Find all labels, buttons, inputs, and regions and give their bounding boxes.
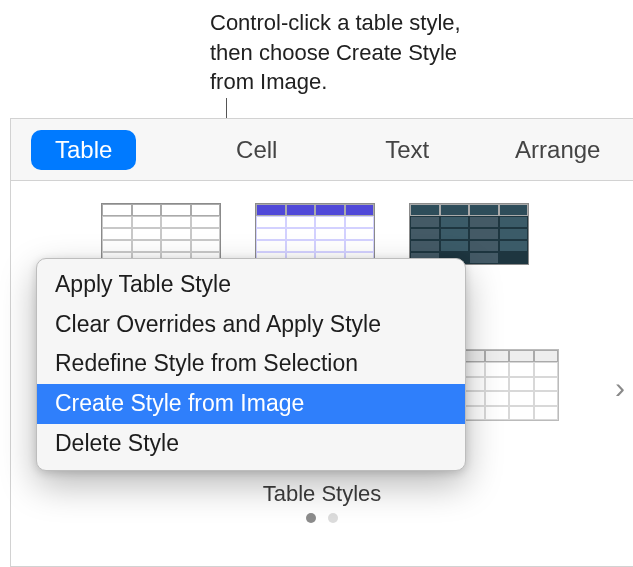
table-style-thumb[interactable] [255,203,375,265]
tab-table[interactable]: Table [11,130,182,170]
menu-apply-table-style[interactable]: Apply Table Style [37,265,465,305]
inspector-tabbar: Table Cell Text Arrange [11,119,633,181]
page-dot[interactable] [306,513,316,523]
tab-label: Arrange [515,136,600,164]
style-thumb-row [459,349,559,421]
table-style-thumb[interactable] [459,349,559,421]
menu-delete-style[interactable]: Delete Style [37,424,465,464]
help-callout: Control-click a table style, then choose… [210,8,461,97]
help-callout-line: from Image. [210,67,461,97]
table-style-context-menu: Apply Table Style Clear Overrides and Ap… [36,258,466,471]
help-callout-line: Control-click a table style, [210,8,461,38]
menu-redefine-style[interactable]: Redefine Style from Selection [37,344,465,384]
tab-text[interactable]: Text [332,136,483,164]
tab-label: Cell [236,136,277,164]
menu-create-style-from-image[interactable]: Create Style from Image [37,384,465,424]
table-style-thumb[interactable] [409,203,529,265]
page-dot[interactable] [328,513,338,523]
page-dots [11,513,633,523]
tab-cell[interactable]: Cell [182,136,333,164]
next-page-icon[interactable]: › [615,371,625,405]
tab-arrange[interactable]: Arrange [483,136,634,164]
help-callout-line: then choose Create Style [210,38,461,68]
style-thumb-row [101,203,529,265]
tab-label: Table [31,130,136,170]
table-style-thumb[interactable] [101,203,221,265]
tab-label: Text [385,136,429,164]
section-title: Table Styles [11,481,633,507]
menu-clear-overrides[interactable]: Clear Overrides and Apply Style [37,305,465,345]
